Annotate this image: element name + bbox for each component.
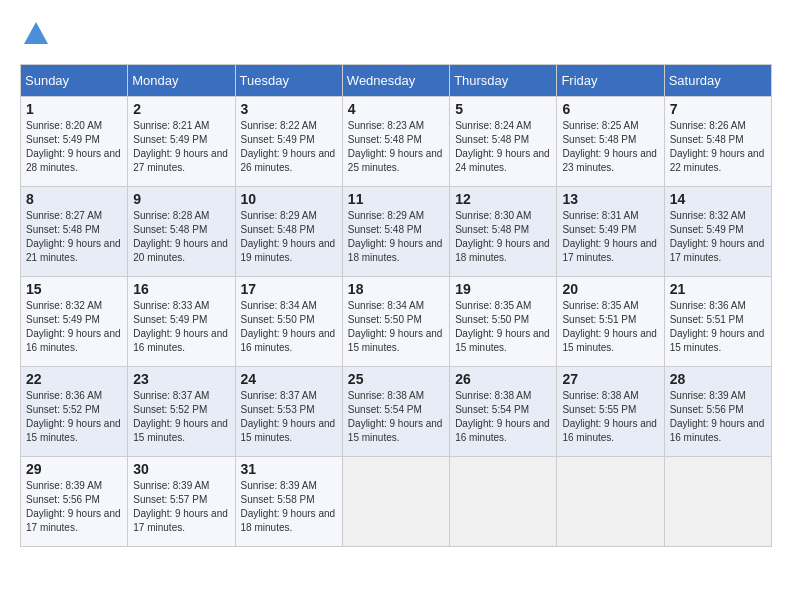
day-number: 9 (133, 191, 229, 207)
day-number: 16 (133, 281, 229, 297)
day-number: 17 (241, 281, 337, 297)
day-info: Sunrise: 8:33 AM Sunset: 5:49 PM Dayligh… (133, 300, 228, 353)
day-number: 12 (455, 191, 551, 207)
day-info: Sunrise: 8:36 AM Sunset: 5:52 PM Dayligh… (26, 390, 121, 443)
calendar-cell: 28 Sunrise: 8:39 AM Sunset: 5:56 PM Dayl… (664, 367, 771, 457)
weekday-header: Sunday (21, 65, 128, 97)
day-number: 14 (670, 191, 766, 207)
day-number: 5 (455, 101, 551, 117)
day-number: 13 (562, 191, 658, 207)
logo-general-text (20, 20, 50, 54)
calendar-cell: 2 Sunrise: 8:21 AM Sunset: 5:49 PM Dayli… (128, 97, 235, 187)
calendar-cell (557, 457, 664, 547)
day-info: Sunrise: 8:32 AM Sunset: 5:49 PM Dayligh… (26, 300, 121, 353)
day-info: Sunrise: 8:39 AM Sunset: 5:56 PM Dayligh… (26, 480, 121, 533)
calendar-cell: 24 Sunrise: 8:37 AM Sunset: 5:53 PM Dayl… (235, 367, 342, 457)
calendar-cell: 3 Sunrise: 8:22 AM Sunset: 5:49 PM Dayli… (235, 97, 342, 187)
calendar-cell: 20 Sunrise: 8:35 AM Sunset: 5:51 PM Dayl… (557, 277, 664, 367)
day-number: 26 (455, 371, 551, 387)
day-number: 3 (241, 101, 337, 117)
day-info: Sunrise: 8:39 AM Sunset: 5:58 PM Dayligh… (241, 480, 336, 533)
calendar-cell: 17 Sunrise: 8:34 AM Sunset: 5:50 PM Dayl… (235, 277, 342, 367)
day-number: 1 (26, 101, 122, 117)
calendar-cell: 18 Sunrise: 8:34 AM Sunset: 5:50 PM Dayl… (342, 277, 449, 367)
day-info: Sunrise: 8:25 AM Sunset: 5:48 PM Dayligh… (562, 120, 657, 173)
calendar-cell: 31 Sunrise: 8:39 AM Sunset: 5:58 PM Dayl… (235, 457, 342, 547)
day-number: 27 (562, 371, 658, 387)
day-info: Sunrise: 8:34 AM Sunset: 5:50 PM Dayligh… (348, 300, 443, 353)
calendar-cell (450, 457, 557, 547)
calendar-cell: 12 Sunrise: 8:30 AM Sunset: 5:48 PM Dayl… (450, 187, 557, 277)
calendar-cell: 14 Sunrise: 8:32 AM Sunset: 5:49 PM Dayl… (664, 187, 771, 277)
weekday-header: Wednesday (342, 65, 449, 97)
day-info: Sunrise: 8:31 AM Sunset: 5:49 PM Dayligh… (562, 210, 657, 263)
logo-icon (22, 20, 50, 48)
calendar-cell: 30 Sunrise: 8:39 AM Sunset: 5:57 PM Dayl… (128, 457, 235, 547)
day-info: Sunrise: 8:38 AM Sunset: 5:54 PM Dayligh… (348, 390, 443, 443)
day-number: 20 (562, 281, 658, 297)
weekday-header: Friday (557, 65, 664, 97)
calendar-cell: 4 Sunrise: 8:23 AM Sunset: 5:48 PM Dayli… (342, 97, 449, 187)
calendar-cell: 5 Sunrise: 8:24 AM Sunset: 5:48 PM Dayli… (450, 97, 557, 187)
calendar-week-row: 29 Sunrise: 8:39 AM Sunset: 5:56 PM Dayl… (21, 457, 772, 547)
calendar-week-row: 15 Sunrise: 8:32 AM Sunset: 5:49 PM Dayl… (21, 277, 772, 367)
day-info: Sunrise: 8:36 AM Sunset: 5:51 PM Dayligh… (670, 300, 765, 353)
day-number: 2 (133, 101, 229, 117)
day-info: Sunrise: 8:23 AM Sunset: 5:48 PM Dayligh… (348, 120, 443, 173)
day-number: 4 (348, 101, 444, 117)
day-number: 30 (133, 461, 229, 477)
calendar-cell: 6 Sunrise: 8:25 AM Sunset: 5:48 PM Dayli… (557, 97, 664, 187)
calendar-cell (342, 457, 449, 547)
calendar-table: SundayMondayTuesdayWednesdayThursdayFrid… (20, 64, 772, 547)
calendar-cell: 25 Sunrise: 8:38 AM Sunset: 5:54 PM Dayl… (342, 367, 449, 457)
day-number: 24 (241, 371, 337, 387)
day-number: 23 (133, 371, 229, 387)
day-number: 6 (562, 101, 658, 117)
weekday-header: Saturday (664, 65, 771, 97)
calendar-week-row: 1 Sunrise: 8:20 AM Sunset: 5:49 PM Dayli… (21, 97, 772, 187)
day-info: Sunrise: 8:30 AM Sunset: 5:48 PM Dayligh… (455, 210, 550, 263)
day-number: 29 (26, 461, 122, 477)
calendar-cell: 10 Sunrise: 8:29 AM Sunset: 5:48 PM Dayl… (235, 187, 342, 277)
logo (20, 20, 50, 54)
day-info: Sunrise: 8:21 AM Sunset: 5:49 PM Dayligh… (133, 120, 228, 173)
calendar-cell: 1 Sunrise: 8:20 AM Sunset: 5:49 PM Dayli… (21, 97, 128, 187)
day-info: Sunrise: 8:35 AM Sunset: 5:51 PM Dayligh… (562, 300, 657, 353)
day-info: Sunrise: 8:32 AM Sunset: 5:49 PM Dayligh… (670, 210, 765, 263)
header (20, 20, 772, 54)
day-info: Sunrise: 8:38 AM Sunset: 5:55 PM Dayligh… (562, 390, 657, 443)
day-info: Sunrise: 8:22 AM Sunset: 5:49 PM Dayligh… (241, 120, 336, 173)
day-number: 31 (241, 461, 337, 477)
day-number: 10 (241, 191, 337, 207)
day-number: 11 (348, 191, 444, 207)
day-number: 28 (670, 371, 766, 387)
day-info: Sunrise: 8:35 AM Sunset: 5:50 PM Dayligh… (455, 300, 550, 353)
day-info: Sunrise: 8:37 AM Sunset: 5:53 PM Dayligh… (241, 390, 336, 443)
calendar-cell: 9 Sunrise: 8:28 AM Sunset: 5:48 PM Dayli… (128, 187, 235, 277)
calendar-cell: 16 Sunrise: 8:33 AM Sunset: 5:49 PM Dayl… (128, 277, 235, 367)
day-info: Sunrise: 8:34 AM Sunset: 5:50 PM Dayligh… (241, 300, 336, 353)
svg-marker-0 (24, 22, 48, 44)
day-number: 21 (670, 281, 766, 297)
day-info: Sunrise: 8:20 AM Sunset: 5:49 PM Dayligh… (26, 120, 121, 173)
calendar-week-row: 22 Sunrise: 8:36 AM Sunset: 5:52 PM Dayl… (21, 367, 772, 457)
calendar-cell: 26 Sunrise: 8:38 AM Sunset: 5:54 PM Dayl… (450, 367, 557, 457)
weekday-header: Tuesday (235, 65, 342, 97)
header-row: SundayMondayTuesdayWednesdayThursdayFrid… (21, 65, 772, 97)
calendar-cell: 19 Sunrise: 8:35 AM Sunset: 5:50 PM Dayl… (450, 277, 557, 367)
calendar-cell: 15 Sunrise: 8:32 AM Sunset: 5:49 PM Dayl… (21, 277, 128, 367)
calendar-cell: 13 Sunrise: 8:31 AM Sunset: 5:49 PM Dayl… (557, 187, 664, 277)
day-info: Sunrise: 8:29 AM Sunset: 5:48 PM Dayligh… (241, 210, 336, 263)
day-number: 15 (26, 281, 122, 297)
calendar-cell: 8 Sunrise: 8:27 AM Sunset: 5:48 PM Dayli… (21, 187, 128, 277)
calendar-cell: 7 Sunrise: 8:26 AM Sunset: 5:48 PM Dayli… (664, 97, 771, 187)
day-info: Sunrise: 8:24 AM Sunset: 5:48 PM Dayligh… (455, 120, 550, 173)
day-number: 7 (670, 101, 766, 117)
day-info: Sunrise: 8:29 AM Sunset: 5:48 PM Dayligh… (348, 210, 443, 263)
day-info: Sunrise: 8:38 AM Sunset: 5:54 PM Dayligh… (455, 390, 550, 443)
calendar-cell: 11 Sunrise: 8:29 AM Sunset: 5:48 PM Dayl… (342, 187, 449, 277)
calendar-cell: 23 Sunrise: 8:37 AM Sunset: 5:52 PM Dayl… (128, 367, 235, 457)
day-info: Sunrise: 8:39 AM Sunset: 5:56 PM Dayligh… (670, 390, 765, 443)
weekday-header: Monday (128, 65, 235, 97)
day-number: 22 (26, 371, 122, 387)
